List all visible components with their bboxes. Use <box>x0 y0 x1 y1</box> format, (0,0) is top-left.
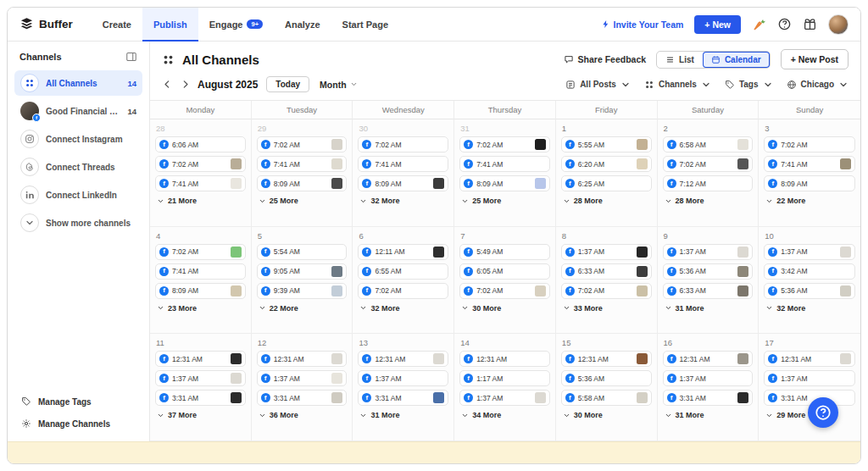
post-item[interactable]: f7:02 AM <box>155 244 246 260</box>
more-posts-link[interactable]: 36 More <box>259 411 348 419</box>
post-item[interactable]: f6:55 AM <box>358 263 448 280</box>
more-posts-link[interactable]: 32 More <box>765 304 855 313</box>
more-posts-link[interactable]: 25 More <box>259 197 348 205</box>
post-item[interactable]: f6:58 AM <box>663 136 754 152</box>
sidebar-item-connect-linkedin[interactable]: Connect LinkedIn <box>14 182 142 208</box>
filter-channels[interactable]: Channels <box>644 80 711 90</box>
post-item[interactable]: f12:31 AM <box>358 351 448 367</box>
calendar-view-button[interactable]: Calendar <box>703 52 770 68</box>
day-cell[interactable]: 10f1:37 AMf3:42 AMf5:36 AM32 More <box>759 227 860 335</box>
more-posts-link[interactable]: 31 More <box>359 411 448 419</box>
more-posts-link[interactable]: 30 More <box>461 304 550 313</box>
more-posts-link[interactable]: 33 More <box>563 304 652 313</box>
day-cell[interactable]: 9f1:37 AMf5:36 AMf6:33 AM31 More <box>658 227 760 335</box>
more-posts-link[interactable]: 28 More <box>665 197 754 205</box>
day-cell[interactable]: 13f12:31 AMf1:37 AMf3:31 AM31 More <box>353 334 454 441</box>
nav-tab-engage[interactable]: Engage9+ <box>198 8 274 41</box>
manage-channels-button[interactable]: Manage Channels <box>16 414 141 433</box>
next-month-icon[interactable] <box>180 79 191 90</box>
day-cell[interactable]: 28f6:06 AMf7:02 AMf7:41 AM21 More <box>150 119 252 227</box>
post-item[interactable]: f5:49 AM <box>459 244 550 260</box>
day-cell[interactable]: 30f7:02 AMf7:41 AMf8:09 AM32 More <box>353 119 454 227</box>
post-item[interactable]: f5:54 AM <box>257 244 348 260</box>
post-item[interactable]: f3:31 AM <box>257 390 348 406</box>
day-cell[interactable]: 6f12:11 AMf6:55 AMf7:02 AM32 More <box>353 227 454 335</box>
post-item[interactable]: f1:17 AM <box>459 370 550 386</box>
post-item[interactable]: f7:02 AM <box>358 283 448 299</box>
day-cell[interactable]: 7f5:49 AMf6:05 AMf7:02 AM30 More <box>454 227 556 335</box>
post-item[interactable]: f7:02 AM <box>459 283 550 299</box>
prev-month-icon[interactable] <box>162 79 173 90</box>
day-cell[interactable]: 16f12:31 AMf1:37 AMf3:31 AM31 More <box>658 334 760 441</box>
post-item[interactable]: f6:33 AM <box>663 283 754 299</box>
day-cell[interactable]: 4f7:02 AMf7:41 AMf8:09 AM23 More <box>150 227 252 335</box>
more-posts-link[interactable]: 32 More <box>359 197 448 205</box>
invite-team-button[interactable]: Invite Your Team <box>601 19 684 30</box>
filter-chicago[interactable]: Chicago <box>787 80 849 90</box>
post-item[interactable]: f7:02 AM <box>663 156 754 172</box>
post-item[interactable]: f7:41 AM <box>764 156 855 172</box>
day-cell[interactable]: 12f12:31 AMf1:37 AMf3:31 AM36 More <box>252 334 353 441</box>
post-item[interactable]: f7:02 AM <box>358 136 448 152</box>
gift-icon[interactable] <box>803 17 817 31</box>
post-item[interactable]: f5:36 AM <box>561 370 652 386</box>
post-item[interactable]: f1:37 AM <box>663 244 754 260</box>
post-item[interactable]: f1:37 AM <box>155 370 246 386</box>
new-button[interactable]: + New <box>694 15 741 34</box>
day-cell[interactable]: 2f6:58 AMf7:02 AMf7:12 AM28 More <box>658 119 760 227</box>
post-item[interactable]: f9:39 AM <box>257 283 348 299</box>
manage-tags-button[interactable]: Manage Tags <box>16 392 141 411</box>
day-cell[interactable]: 31f7:02 AMf7:41 AMf8:09 AM25 More <box>454 119 556 227</box>
post-item[interactable]: f12:31 AM <box>561 351 652 367</box>
post-item[interactable]: f5:55 AM <box>561 136 652 152</box>
post-item[interactable]: f12:31 AM <box>663 351 754 367</box>
share-feedback-button[interactable]: Share Feedback <box>564 54 647 64</box>
post-item[interactable]: f3:31 AM <box>155 390 246 406</box>
nav-tab-publish[interactable]: Publish <box>142 8 198 41</box>
post-item[interactable]: f1:37 AM <box>764 244 855 260</box>
sidebar-item-connect-threads[interactable]: Connect Threads <box>14 154 142 180</box>
more-posts-link[interactable]: 37 More <box>157 411 246 419</box>
post-item[interactable]: f6:05 AM <box>459 263 550 280</box>
day-cell[interactable]: 29f7:02 AMf7:41 AMf8:09 AM25 More <box>252 119 353 227</box>
post-item[interactable]: f7:41 AM <box>155 175 246 191</box>
sidebar-item-good-financial-cents[interactable]: fGood Financial Cents14 <box>14 98 142 124</box>
filter-tags[interactable]: Tags <box>725 80 773 90</box>
post-item[interactable]: f12:31 AM <box>155 351 246 367</box>
post-item[interactable]: f1:37 AM <box>561 244 652 260</box>
sidebar-item-all-channels[interactable]: All Channels14 <box>14 70 142 96</box>
day-cell[interactable]: 5f5:54 AMf9:05 AMf9:39 AM22 More <box>252 227 353 335</box>
post-item[interactable]: f8:09 AM <box>764 175 855 191</box>
more-posts-link[interactable]: 21 More <box>157 197 246 205</box>
user-avatar[interactable] <box>828 14 849 35</box>
post-item[interactable]: f7:02 AM <box>459 136 550 152</box>
collapse-sidebar-icon[interactable] <box>125 51 137 63</box>
buffer-logo[interactable]: Buffer <box>19 8 73 41</box>
day-cell[interactable]: 8f1:37 AMf6:33 AMf7:02 AM33 More <box>556 227 658 335</box>
post-item[interactable]: f7:02 AM <box>561 283 652 299</box>
day-cell[interactable]: 11f12:31 AMf1:37 AMf3:31 AM37 More <box>150 334 252 441</box>
day-cell[interactable]: 14f12:31 AMf1:17 AMf1:37 AM34 More <box>454 334 556 441</box>
day-cell[interactable]: 15f12:31 AMf5:36 AMf5:58 AM30 More <box>556 334 658 441</box>
post-item[interactable]: f3:31 AM <box>663 390 754 406</box>
list-view-button[interactable]: List <box>657 52 703 68</box>
new-post-button[interactable]: + New Post <box>781 49 849 69</box>
post-item[interactable]: f5:58 AM <box>561 390 652 406</box>
post-item[interactable]: f1:37 AM <box>459 390 550 406</box>
post-item[interactable]: f8:09 AM <box>257 175 348 191</box>
more-posts-link[interactable]: 31 More <box>665 304 754 313</box>
post-item[interactable]: f5:36 AM <box>663 263 754 280</box>
view-granularity-select[interactable]: Month <box>320 80 358 90</box>
today-button[interactable]: Today <box>266 76 309 92</box>
filter-all-posts[interactable]: All Posts <box>565 80 631 90</box>
sidebar-item-connect-instagram[interactable]: Connect Instagram <box>14 126 142 152</box>
post-item[interactable]: f3:42 AM <box>764 263 855 280</box>
sidebar-item-show-more-channels[interactable]: Show more channels <box>14 210 142 236</box>
post-item[interactable]: f7:02 AM <box>764 136 855 152</box>
post-item[interactable]: f6:33 AM <box>561 263 652 280</box>
post-item[interactable]: f1:37 AM <box>764 370 855 386</box>
day-cell[interactable]: 3f7:02 AMf7:41 AMf8:09 AM22 More <box>759 119 860 227</box>
post-item[interactable]: f3:31 AM <box>358 390 448 406</box>
post-item[interactable]: f6:20 AM <box>561 156 652 172</box>
post-item[interactable]: f8:09 AM <box>155 283 246 299</box>
